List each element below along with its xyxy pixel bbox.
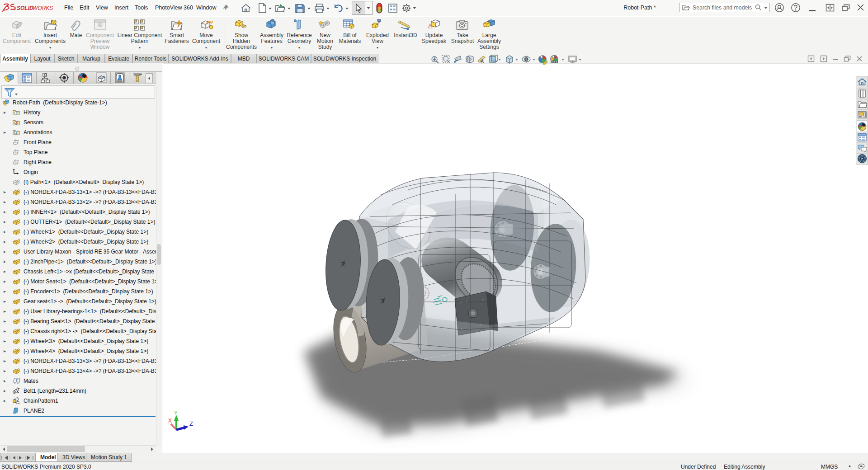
- svg-text:WORKS: WORKS: [33, 5, 53, 11]
- svg-text:SOLID: SOLID: [17, 5, 33, 11]
- svg-text:X: X: [168, 418, 172, 424]
- svg-text:A: A: [481, 59, 484, 64]
- svg-text:Y: Y: [174, 410, 178, 416]
- svg-text:Z: Z: [189, 420, 193, 427]
- svg-text:A: A: [15, 132, 18, 135]
